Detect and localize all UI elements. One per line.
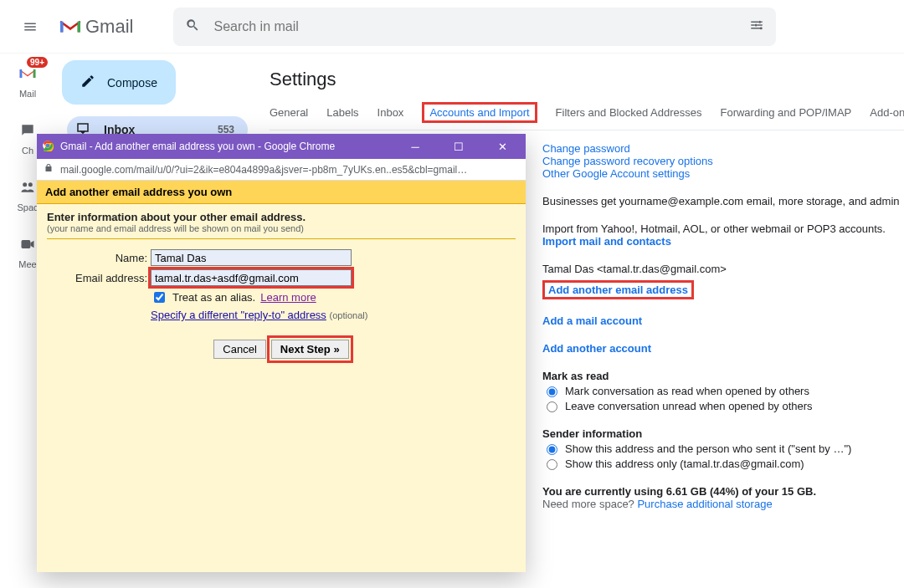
link-change-password[interactable]: Change password: [542, 142, 630, 155]
link-other-google[interactable]: Other Google Account settings: [542, 167, 690, 180]
gmail-logo[interactable]: Gmail: [59, 16, 133, 38]
radio-mark-read-1[interactable]: Mark conversation as read when opened by…: [542, 384, 904, 397]
settings-tabs: General Labels Inbox Accounts and Import…: [270, 102, 904, 130]
link-add-mail-account[interactable]: Add a mail account: [542, 314, 642, 327]
rail-mail[interactable]: 99+ Mail: [14, 60, 41, 99]
radio-mark-read-2[interactable]: Leave conversation unread when opened by…: [542, 399, 904, 412]
rail-chat-label: Ch: [22, 146, 33, 156]
tab-labels[interactable]: Labels: [326, 106, 358, 119]
lock-icon: [44, 163, 54, 176]
topbar: Gmail: [0, 0, 904, 54]
tab-forwarding[interactable]: Forwarding and POP/IMAP: [720, 106, 851, 119]
popup-intro: Enter information about your other email…: [47, 211, 516, 223]
tab-accounts-import[interactable]: Accounts and Import: [422, 102, 537, 123]
svg-rect-6: [33, 69, 36, 78]
popup-header: Add another email address you own: [37, 181, 526, 204]
svg-rect-9: [22, 240, 31, 248]
import-desc: Import from Yahoo!, Hotmail, AOL, or oth…: [542, 222, 904, 235]
svg-point-7: [23, 182, 27, 187]
email-label: Email address:: [47, 272, 147, 284]
popup-address-bar[interactable]: mail.google.com/mail/u/0/?ui=2&ik=e804a4…: [37, 159, 526, 181]
sender-info-heading: Sender information: [542, 427, 904, 440]
send-as-owner: Tamal Das <tamal.tr.das@gmail.com>: [542, 263, 904, 275]
settings-title: Settings: [270, 69, 904, 90]
window-minimize-button[interactable]: ─: [397, 134, 434, 159]
svg-point-11: [46, 143, 50, 147]
rail-spaces-label: Spac: [17, 202, 38, 212]
popup-window-title: Gmail - Add another email address you ow…: [60, 141, 335, 152]
popup-url: mail.google.com/mail/u/0/?ui=2&ik=e804a4…: [60, 164, 467, 176]
link-add-another-account[interactable]: Add another account: [542, 342, 651, 355]
email-input[interactable]: [151, 269, 352, 286]
settings-content: Change password Change password recovery…: [542, 137, 904, 510]
window-close-button[interactable]: ✕: [484, 134, 521, 159]
svg-point-3: [755, 24, 758, 27]
tune-icon[interactable]: [749, 18, 764, 35]
pencil-icon: [80, 74, 95, 91]
svg-rect-1: [78, 21, 80, 32]
link-add-another-email[interactable]: Add another email address: [548, 284, 688, 296]
radio-mark-read-1-input[interactable]: [547, 386, 557, 397]
reply-to-optional: (optional): [330, 310, 368, 320]
compose-button[interactable]: Compose: [62, 60, 176, 105]
popup-body: Enter information about your other email…: [37, 204, 526, 572]
svg-rect-0: [60, 21, 63, 32]
cancel-button[interactable]: Cancel: [213, 340, 265, 359]
svg-point-4: [760, 27, 763, 29]
link-change-recovery[interactable]: Change password recovery options: [542, 155, 713, 167]
link-learn-more[interactable]: Learn more: [260, 291, 316, 304]
svg-point-2: [759, 21, 762, 23]
radio-sender-2-label: Show this address only (tamal.tr.das@gma…: [565, 458, 804, 470]
link-purchase-storage[interactable]: Purchase additional storage: [637, 498, 772, 510]
next-step-button[interactable]: Next Step »: [271, 340, 349, 359]
mark-as-read-heading: Mark as read: [542, 370, 904, 382]
alias-checkbox[interactable]: [154, 292, 165, 303]
rail-mail-label: Mail: [19, 89, 36, 99]
search-input[interactable]: [212, 18, 737, 35]
link-import-mail[interactable]: Import mail and contacts: [542, 235, 671, 248]
name-label: Name:: [47, 252, 147, 264]
search-bar[interactable]: [173, 8, 776, 46]
radio-mark-read-2-input[interactable]: [547, 401, 557, 412]
name-input[interactable]: [151, 249, 352, 266]
rail-meet-label: Mee: [18, 259, 36, 269]
mail-badge: 99+: [27, 57, 48, 68]
svg-point-8: [28, 182, 33, 187]
radio-mark-read-1-label: Mark conversation as read when opened by…: [565, 385, 809, 397]
window-maximize-button[interactable]: ☐: [440, 134, 477, 159]
radio-sender-1[interactable]: Show this address and the person who sen…: [542, 442, 904, 455]
search-icon[interactable]: [185, 18, 200, 35]
tab-general[interactable]: General: [270, 106, 308, 119]
storage-question: Need more space?: [542, 498, 637, 510]
menu-icon[interactable]: [13, 10, 47, 43]
popup-subtext: (your name and email address will be sho…: [47, 223, 516, 239]
business-promo: Businesses get yourname@example.com emai…: [542, 195, 904, 207]
link-reply-to[interactable]: Specify a different "reply-to" address: [151, 309, 326, 321]
popup-titlebar[interactable]: Gmail - Add another email address you ow…: [37, 134, 526, 159]
storage-usage: You are currently using 6.61 GB (44%) of…: [542, 485, 904, 498]
compose-label: Compose: [107, 76, 157, 89]
tab-filters[interactable]: Filters and Blocked Addresses: [556, 106, 702, 119]
radio-sender-1-input[interactable]: [547, 444, 557, 455]
radio-sender-1-label: Show this address and the person who sen…: [565, 442, 851, 455]
gmail-logo-text: Gmail: [85, 16, 133, 38]
tab-inbox[interactable]: Inbox: [378, 106, 404, 119]
radio-mark-read-2-label: Leave conversation unread when opened by…: [565, 400, 813, 412]
chrome-logo-icon: [42, 140, 54, 154]
tab-addons[interactable]: Add-ons: [870, 106, 904, 119]
add-email-popup: Gmail - Add another email address you ow…: [37, 134, 526, 572]
radio-sender-2-input[interactable]: [547, 459, 557, 470]
alias-label: Treat as an alias.: [172, 291, 255, 304]
svg-rect-5: [20, 69, 23, 78]
radio-sender-2[interactable]: Show this address only (tamal.tr.das@gma…: [542, 457, 904, 470]
